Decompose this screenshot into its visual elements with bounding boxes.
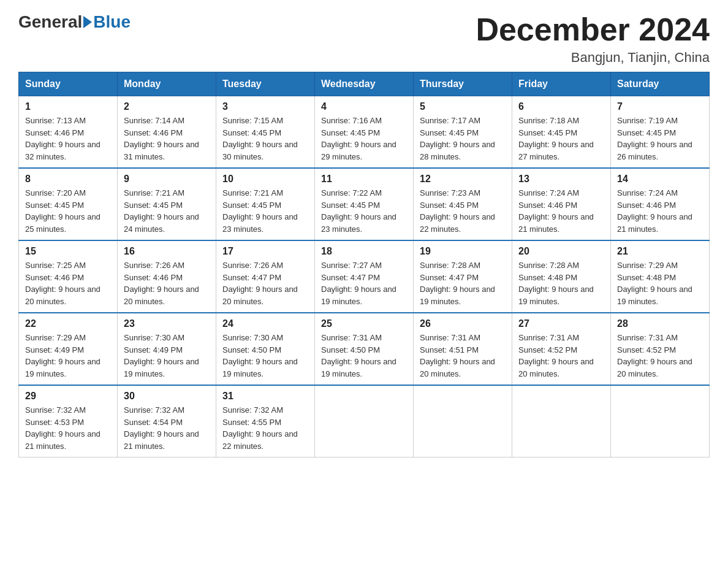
day-number: 30 xyxy=(124,391,210,402)
day-info: Sunrise: 7:32 AMSunset: 4:55 PMDaylight:… xyxy=(222,404,308,452)
day-number: 31 xyxy=(222,391,308,402)
day-number: 2 xyxy=(124,101,210,112)
day-info: Sunrise: 7:17 AMSunset: 4:45 PMDaylight:… xyxy=(420,115,506,163)
calendar-day-cell xyxy=(611,385,710,458)
day-number: 4 xyxy=(321,101,407,112)
day-number: 8 xyxy=(25,174,111,185)
logo-arrow-icon xyxy=(83,16,92,28)
day-info: Sunrise: 7:31 AMSunset: 4:51 PMDaylight:… xyxy=(420,332,506,380)
day-info: Sunrise: 7:21 AMSunset: 4:45 PMDaylight:… xyxy=(124,187,210,235)
day-info: Sunrise: 7:30 AMSunset: 4:50 PMDaylight:… xyxy=(222,332,308,380)
day-number: 13 xyxy=(518,174,604,185)
day-number: 26 xyxy=(420,318,506,329)
header-tuesday: Tuesday xyxy=(216,72,315,96)
day-number: 25 xyxy=(321,318,407,329)
logo-blue-text: Blue xyxy=(93,12,131,32)
calendar-day-cell: 13Sunrise: 7:24 AMSunset: 4:46 PMDayligh… xyxy=(512,168,611,240)
header-monday: Monday xyxy=(118,72,216,96)
header-friday: Friday xyxy=(512,72,611,96)
header: General Blue December 2024 Bangjun, Tian… xyxy=(18,12,710,66)
day-info: Sunrise: 7:26 AMSunset: 4:47 PMDaylight:… xyxy=(222,259,308,307)
day-number: 24 xyxy=(222,318,308,329)
day-info: Sunrise: 7:15 AMSunset: 4:45 PMDaylight:… xyxy=(222,115,308,163)
day-info: Sunrise: 7:31 AMSunset: 4:50 PMDaylight:… xyxy=(321,332,407,380)
calendar-day-cell: 8Sunrise: 7:20 AMSunset: 4:45 PMDaylight… xyxy=(19,168,118,240)
calendar-week-row: 1Sunrise: 7:13 AMSunset: 4:46 PMDaylight… xyxy=(19,96,710,169)
calendar-day-cell: 26Sunrise: 7:31 AMSunset: 4:51 PMDayligh… xyxy=(414,313,512,385)
calendar-day-cell xyxy=(512,385,611,458)
day-info: Sunrise: 7:14 AMSunset: 4:46 PMDaylight:… xyxy=(124,115,210,163)
day-number: 3 xyxy=(222,101,308,112)
calendar-day-cell: 3Sunrise: 7:15 AMSunset: 4:45 PMDaylight… xyxy=(216,96,315,169)
calendar-week-row: 22Sunrise: 7:29 AMSunset: 4:49 PMDayligh… xyxy=(19,313,710,385)
header-thursday: Thursday xyxy=(414,72,512,96)
day-info: Sunrise: 7:21 AMSunset: 4:45 PMDaylight:… xyxy=(222,187,308,235)
day-number: 5 xyxy=(420,101,506,112)
day-number: 19 xyxy=(420,246,506,257)
calendar-day-cell: 11Sunrise: 7:22 AMSunset: 4:45 PMDayligh… xyxy=(315,168,414,240)
day-info: Sunrise: 7:23 AMSunset: 4:45 PMDaylight:… xyxy=(420,187,506,235)
calendar-day-cell: 28Sunrise: 7:31 AMSunset: 4:52 PMDayligh… xyxy=(611,313,710,385)
day-info: Sunrise: 7:31 AMSunset: 4:52 PMDaylight:… xyxy=(518,332,604,380)
day-number: 7 xyxy=(617,101,703,112)
day-number: 10 xyxy=(222,174,308,185)
day-info: Sunrise: 7:25 AMSunset: 4:46 PMDaylight:… xyxy=(25,259,111,307)
day-number: 1 xyxy=(25,101,111,112)
calendar-day-cell: 22Sunrise: 7:29 AMSunset: 4:49 PMDayligh… xyxy=(19,313,118,385)
calendar-day-cell: 16Sunrise: 7:26 AMSunset: 4:46 PMDayligh… xyxy=(118,240,216,313)
day-info: Sunrise: 7:13 AMSunset: 4:46 PMDaylight:… xyxy=(25,115,111,163)
day-number: 21 xyxy=(617,246,703,257)
calendar-day-cell: 19Sunrise: 7:28 AMSunset: 4:47 PMDayligh… xyxy=(414,240,512,313)
calendar-day-cell: 9Sunrise: 7:21 AMSunset: 4:45 PMDaylight… xyxy=(118,168,216,240)
day-number: 14 xyxy=(617,174,703,185)
calendar-day-cell: 24Sunrise: 7:30 AMSunset: 4:50 PMDayligh… xyxy=(216,313,315,385)
calendar-day-cell: 5Sunrise: 7:17 AMSunset: 4:45 PMDaylight… xyxy=(414,96,512,169)
day-info: Sunrise: 7:19 AMSunset: 4:45 PMDaylight:… xyxy=(617,115,703,163)
calendar-day-cell: 18Sunrise: 7:27 AMSunset: 4:47 PMDayligh… xyxy=(315,240,414,313)
day-number: 17 xyxy=(222,246,308,257)
calendar-day-cell: 6Sunrise: 7:18 AMSunset: 4:45 PMDaylight… xyxy=(512,96,611,169)
day-info: Sunrise: 7:29 AMSunset: 4:48 PMDaylight:… xyxy=(617,259,703,307)
day-info: Sunrise: 7:27 AMSunset: 4:47 PMDaylight:… xyxy=(321,259,407,307)
day-number: 28 xyxy=(617,318,703,329)
calendar-day-cell: 25Sunrise: 7:31 AMSunset: 4:50 PMDayligh… xyxy=(315,313,414,385)
day-info: Sunrise: 7:30 AMSunset: 4:49 PMDaylight:… xyxy=(124,332,210,380)
day-info: Sunrise: 7:28 AMSunset: 4:48 PMDaylight:… xyxy=(518,259,604,307)
day-info: Sunrise: 7:22 AMSunset: 4:45 PMDaylight:… xyxy=(321,187,407,235)
day-info: Sunrise: 7:26 AMSunset: 4:46 PMDaylight:… xyxy=(124,259,210,307)
day-number: 6 xyxy=(518,101,604,112)
calendar-day-cell: 12Sunrise: 7:23 AMSunset: 4:45 PMDayligh… xyxy=(414,168,512,240)
day-number: 18 xyxy=(321,246,407,257)
logo: General Blue xyxy=(18,12,131,32)
day-info: Sunrise: 7:31 AMSunset: 4:52 PMDaylight:… xyxy=(617,332,703,380)
day-number: 23 xyxy=(124,318,210,329)
day-number: 16 xyxy=(124,246,210,257)
day-number: 27 xyxy=(518,318,604,329)
day-info: Sunrise: 7:29 AMSunset: 4:49 PMDaylight:… xyxy=(25,332,111,380)
calendar-day-cell xyxy=(315,385,414,458)
calendar-day-cell: 2Sunrise: 7:14 AMSunset: 4:46 PMDaylight… xyxy=(118,96,216,169)
calendar-week-row: 15Sunrise: 7:25 AMSunset: 4:46 PMDayligh… xyxy=(19,240,710,313)
calendar-day-cell: 15Sunrise: 7:25 AMSunset: 4:46 PMDayligh… xyxy=(19,240,118,313)
day-info: Sunrise: 7:18 AMSunset: 4:45 PMDaylight:… xyxy=(518,115,604,163)
calendar-day-cell: 23Sunrise: 7:30 AMSunset: 4:49 PMDayligh… xyxy=(118,313,216,385)
day-number: 15 xyxy=(25,246,111,257)
day-info: Sunrise: 7:24 AMSunset: 4:46 PMDaylight:… xyxy=(518,187,604,235)
calendar-day-cell: 30Sunrise: 7:32 AMSunset: 4:54 PMDayligh… xyxy=(118,385,216,458)
calendar-day-cell: 7Sunrise: 7:19 AMSunset: 4:45 PMDaylight… xyxy=(611,96,710,169)
day-info: Sunrise: 7:16 AMSunset: 4:45 PMDaylight:… xyxy=(321,115,407,163)
header-saturday: Saturday xyxy=(611,72,710,96)
day-number: 12 xyxy=(420,174,506,185)
day-number: 22 xyxy=(25,318,111,329)
day-info: Sunrise: 7:20 AMSunset: 4:45 PMDaylight:… xyxy=(25,187,111,235)
day-info: Sunrise: 7:32 AMSunset: 4:54 PMDaylight:… xyxy=(124,404,210,452)
calendar-day-cell: 17Sunrise: 7:26 AMSunset: 4:47 PMDayligh… xyxy=(216,240,315,313)
calendar-day-cell: 1Sunrise: 7:13 AMSunset: 4:46 PMDaylight… xyxy=(19,96,118,169)
day-info: Sunrise: 7:28 AMSunset: 4:47 PMDaylight:… xyxy=(420,259,506,307)
day-number: 11 xyxy=(321,174,407,185)
header-sunday: Sunday xyxy=(19,72,118,96)
calendar-week-row: 29Sunrise: 7:32 AMSunset: 4:53 PMDayligh… xyxy=(19,385,710,458)
header-wednesday: Wednesday xyxy=(315,72,414,96)
month-title: December 2024 xyxy=(476,12,710,47)
calendar-day-cell: 31Sunrise: 7:32 AMSunset: 4:55 PMDayligh… xyxy=(216,385,315,458)
